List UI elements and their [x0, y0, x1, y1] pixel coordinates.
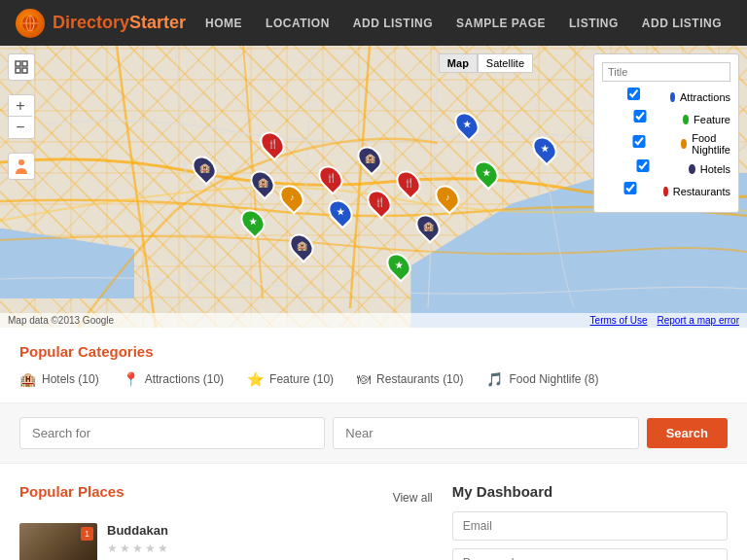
category-restaurants-label: Restaurants (10): [376, 372, 463, 386]
marker-restaurant-2[interactable]: 🍴: [320, 164, 341, 192]
search-button[interactable]: Search: [647, 418, 728, 448]
nav-home[interactable]: HOME: [196, 11, 252, 36]
category-attractions-label: Attractions (10): [145, 372, 224, 386]
search-input[interactable]: [19, 417, 325, 449]
filter-food-label: Food Nightlife: [692, 132, 730, 156]
main-content: Popular Categories 🏨 Hotels (10) 📍 Attra…: [0, 328, 747, 560]
marker-attraction-2[interactable]: ★: [534, 135, 555, 162]
category-feature-label: Feature (10): [269, 372, 334, 386]
category-food-nightlife-label: Food Nightlife (8): [509, 372, 598, 386]
map-container: 🏨 🏨 🏨 🏨 🏨 🍴 🍴 🍴 🍴 ★ ★: [0, 46, 747, 328]
food-dot: [681, 139, 687, 149]
filter-hotels: Hotels: [602, 159, 730, 178]
filter-restaurants-checkbox[interactable]: [602, 182, 658, 194]
nav-location[interactable]: LOCATION: [256, 11, 339, 36]
filter-feature-checkbox[interactable]: [602, 110, 678, 122]
map-person-button[interactable]: [8, 153, 35, 180]
popular-places-column: Popular Places View all 1 Buddakan ★ ★ ★…: [19, 483, 433, 560]
category-hotels[interactable]: 🏨 Hotels (10): [19, 371, 99, 387]
map-report-link[interactable]: Report a map error: [658, 315, 739, 326]
header: DirectoryStarter HOME LOCATION ADD LISTI…: [0, 0, 747, 46]
svg-rect-6: [16, 68, 20, 73]
svg-rect-5: [22, 61, 27, 66]
nav-listing[interactable]: LISTING: [559, 11, 628, 36]
map-type-satellite-button[interactable]: Satellite: [478, 53, 533, 73]
attractions-icon: 📍: [123, 371, 139, 387]
map-zoom-control: + −: [8, 94, 35, 139]
category-hotels-label: Hotels (10): [42, 372, 99, 386]
map-filter-panel: Attractions Feature Food Nightlife Hotel…: [593, 53, 739, 213]
dashboard-title: My Dashboard: [452, 483, 728, 500]
marker-attraction-1[interactable]: ★: [456, 111, 478, 138]
hotels-icon: 🏨: [19, 371, 36, 387]
place-item-buddakan: 1 Buddakan ★ ★ ★ ★ ★ 💬 No Reviews ❤ Favo…: [19, 523, 433, 560]
marker-feature-2[interactable]: ★: [242, 208, 264, 235]
category-restaurants[interactable]: 🍽 Restaurants (10): [357, 371, 463, 387]
view-all-link[interactable]: View all: [393, 491, 433, 505]
marker-hotel-1[interactable]: 🏨: [194, 155, 215, 182]
email-input[interactable]: [452, 511, 728, 541]
filter-restaurants: Restaurants: [602, 182, 730, 200]
marker-restaurant-1[interactable]: 🍴: [262, 130, 283, 158]
map-zoom-out-button[interactable]: −: [9, 117, 32, 138]
place-image: 1: [19, 523, 97, 560]
star-3: ★: [132, 542, 143, 555]
near-input[interactable]: [333, 417, 638, 449]
marker-hotel-2[interactable]: 🏨: [252, 169, 273, 196]
category-attractions[interactable]: 📍 Attractions (10): [123, 371, 224, 387]
restaurants-dot: [663, 187, 667, 196]
popular-places-title: Popular Places: [19, 483, 124, 500]
map-title-filter-input[interactable]: [602, 62, 730, 82]
marker-food-1[interactable]: ♪: [281, 184, 302, 211]
map-type-map-button[interactable]: Map: [439, 53, 478, 73]
dashboard-panel: My Dashboard Sign In New User? Register …: [452, 483, 728, 560]
logo-icon: [16, 9, 45, 38]
nav-sample-page[interactable]: SAMPLE PAGE: [446, 11, 555, 36]
filter-feature-label: Feature: [694, 114, 730, 125]
filter-hotels-checkbox[interactable]: [602, 159, 684, 172]
map-data-credit: Map data ©2013 Google: [8, 315, 114, 326]
marker-restaurant-4[interactable]: 🍴: [398, 169, 419, 196]
marker-restaurant-3[interactable]: 🍴: [369, 189, 390, 216]
map-fullscreen-button[interactable]: [8, 53, 35, 81]
marker-feature-3[interactable]: ★: [388, 252, 409, 279]
star-5: ★: [158, 542, 168, 555]
place-name: Buddakan: [107, 523, 433, 538]
star-2: ★: [120, 542, 130, 555]
place-stars: ★ ★ ★ ★ ★: [107, 542, 433, 555]
category-feature[interactable]: ⭐ Feature (10): [247, 371, 334, 387]
filter-feature: Feature: [602, 110, 730, 128]
categories-list: 🏨 Hotels (10) 📍 Attractions (10) ⭐ Featu…: [19, 371, 728, 387]
marker-feature-1[interactable]: ★: [476, 159, 497, 187]
map-zoom-in-button[interactable]: +: [9, 95, 32, 117]
map-terms-link[interactable]: Terms of Use: [590, 315, 648, 326]
nav-add-listing-2[interactable]: ADD LISTING: [632, 11, 731, 36]
filter-attractions: Attractions: [602, 88, 730, 106]
marker-hotel-3[interactable]: 🏨: [359, 145, 380, 172]
map-type-toggle: Map Satellite: [439, 53, 533, 73]
nav-add-listing-1[interactable]: ADD LISTING: [343, 11, 443, 36]
star-4: ★: [145, 542, 156, 555]
password-input[interactable]: [452, 548, 728, 560]
filter-food-nightlife: Food Nightlife: [602, 132, 730, 156]
main-nav: HOME LOCATION ADD LISTING SAMPLE PAGE LI…: [196, 11, 731, 36]
place-badge: 1: [81, 527, 93, 541]
map-controls: + −: [8, 53, 35, 180]
restaurants-icon: 🍽: [357, 371, 371, 387]
two-column-section: Popular Places View all 1 Buddakan ★ ★ ★…: [0, 464, 747, 560]
filter-hotels-label: Hotels: [700, 163, 730, 175]
map-info-bar: Map data ©2013 Google Terms of Use Repor…: [0, 313, 747, 328]
logo-text: DirectoryStarter: [53, 13, 186, 33]
feature-dot: [683, 115, 689, 124]
search-section: Search: [0, 403, 747, 464]
svg-point-8: [18, 159, 24, 165]
marker-food-2[interactable]: ♪: [437, 184, 458, 211]
marker-hotel-4[interactable]: 🏨: [417, 213, 439, 240]
category-food-nightlife[interactable]: 🎵 Food Nightlife (8): [486, 371, 598, 387]
marker-attraction-3[interactable]: ★: [330, 198, 351, 226]
popular-categories-section: Popular Categories 🏨 Hotels (10) 📍 Attra…: [0, 328, 747, 403]
filter-attractions-checkbox[interactable]: [602, 88, 665, 100]
filter-food-checkbox[interactable]: [602, 135, 676, 148]
marker-hotel-5[interactable]: 🏨: [291, 232, 312, 260]
dashboard-column: My Dashboard Sign In New User? Register …: [452, 483, 728, 560]
